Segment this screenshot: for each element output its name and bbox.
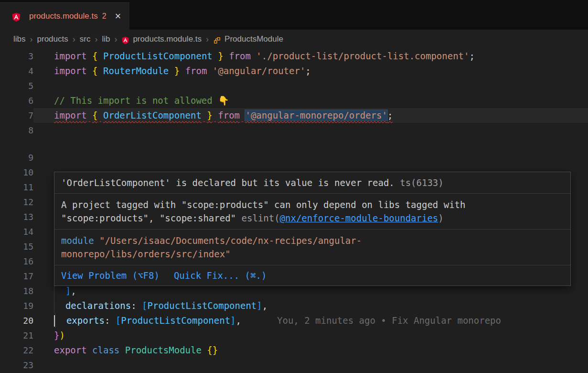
line-number[interactable]: 12 bbox=[0, 195, 33, 209]
code-content[interactable]: }) bbox=[33, 328, 588, 343]
angular-file-icon bbox=[11, 12, 21, 22]
code-token bbox=[119, 345, 125, 355]
line-number[interactable]: 7 bbox=[0, 108, 33, 123]
code-content[interactable]: import { OrderListComponent } from '@ang… bbox=[33, 108, 588, 123]
code-token: , bbox=[71, 285, 76, 296]
code-line-7[interactable]: 7import { OrderListComponent } from '@an… bbox=[0, 108, 588, 123]
code-token bbox=[202, 345, 207, 355]
code-line-8[interactable]: 8 bbox=[0, 123, 588, 138]
line-number[interactable]: 3 bbox=[0, 49, 33, 64]
code-token bbox=[98, 66, 103, 76]
code-token: [ bbox=[142, 300, 147, 311]
code-token: ] bbox=[257, 300, 262, 311]
code-token bbox=[213, 110, 218, 121]
line-number[interactable]: 4 bbox=[0, 64, 33, 78]
code-token: class bbox=[92, 345, 119, 355]
line-number[interactable]: 21 bbox=[0, 328, 33, 343]
eslint-source-close: ) bbox=[438, 213, 443, 223]
hover-action-bar: View Problem (⌥F8) Quick Fix... (⌘.) bbox=[54, 265, 570, 285]
indent-guide bbox=[54, 298, 65, 313]
code-content[interactable]: import { RouterModule } from '@angular/r… bbox=[33, 64, 588, 78]
line-number[interactable]: 10 bbox=[0, 165, 33, 180]
code-line-20[interactable]: 20 exports: [ProductListComponent],You, … bbox=[0, 313, 588, 328]
chevron-right-icon: › bbox=[30, 34, 33, 44]
line-number[interactable]: 14 bbox=[0, 224, 33, 239]
line-number[interactable]: 18 bbox=[0, 284, 33, 298]
code-token: ProductsModule bbox=[125, 345, 202, 355]
code-line-23[interactable]: 23 bbox=[0, 358, 588, 373]
class-symbol-icon bbox=[213, 36, 221, 44]
code-content[interactable]: // This import is not allowed 👇 bbox=[33, 93, 588, 108]
code-line-21[interactable]: 21}) bbox=[0, 328, 588, 343]
line-number[interactable]: 8 bbox=[0, 123, 33, 138]
code-token: ; bbox=[387, 110, 393, 121]
code-content[interactable]: declarations: [ProductListComponent], bbox=[33, 298, 588, 313]
code-line-9[interactable]: 9 bbox=[0, 150, 588, 165]
code-token: } bbox=[54, 330, 59, 340]
code-token: } bbox=[218, 51, 223, 61]
code-token: ProductListComponent bbox=[103, 51, 213, 61]
code-content[interactable]: export class ProductsModule {} bbox=[33, 343, 588, 358]
code-content[interactable] bbox=[33, 150, 588, 165]
close-icon[interactable]: × bbox=[115, 11, 121, 22]
code-token: } bbox=[174, 66, 180, 76]
line-number[interactable]: 6 bbox=[0, 93, 33, 108]
code-content[interactable] bbox=[33, 358, 588, 373]
tab-products-module[interactable]: products.module.ts 2 × bbox=[0, 2, 129, 30]
code-content[interactable] bbox=[33, 78, 588, 93]
code-token: declarations bbox=[65, 300, 131, 311]
line-number[interactable]: 5 bbox=[0, 78, 33, 93]
code-token: { bbox=[92, 66, 97, 76]
git-blame-annotation: You, 2 minutes ago • Fix Angular monorep… bbox=[277, 315, 501, 326]
code-content[interactable]: import { ProductListComponent } from './… bbox=[33, 49, 588, 64]
code-token bbox=[180, 66, 185, 76]
line-number[interactable]: 19 bbox=[0, 298, 33, 313]
code-token: // This import is not allowed bbox=[54, 95, 218, 106]
code-token: ; bbox=[469, 51, 474, 61]
code-token bbox=[98, 110, 103, 121]
code-line-6[interactable]: 6// This import is not allowed 👇 bbox=[0, 93, 588, 108]
code-token: ] bbox=[65, 285, 71, 296]
breadcrumb-item-symbol[interactable]: ProductsModule bbox=[225, 34, 283, 44]
code-line-3[interactable]: 3import { ProductListComponent } from '.… bbox=[0, 49, 588, 64]
breadcrumb-item-lib[interactable]: lib bbox=[102, 34, 110, 44]
code-token: './product-list/product-list.component' bbox=[256, 51, 469, 61]
code-content[interactable]: exports: [ProductListComponent],You, 2 m… bbox=[33, 313, 588, 328]
tab-bar: products.module.ts 2 × bbox=[0, 0, 588, 30]
code-line-22[interactable]: 22export class ProductsModule {} bbox=[0, 343, 588, 358]
line-number[interactable]: 15 bbox=[0, 239, 33, 254]
hover-ts-diagnostic: 'OrderListComponent' is declared but its… bbox=[54, 172, 570, 194]
text-cursor bbox=[54, 315, 55, 327]
code-token: import bbox=[54, 51, 87, 61]
code-token: , bbox=[236, 315, 241, 326]
breadcrumb-item-src[interactable]: src bbox=[80, 34, 91, 44]
line-number[interactable]: 17 bbox=[0, 269, 33, 284]
breadcrumb-item-libs[interactable]: libs bbox=[13, 34, 26, 44]
line-number[interactable]: 16 bbox=[0, 254, 33, 269]
code-line-5[interactable]: 5 bbox=[0, 78, 588, 93]
code-token: ; bbox=[305, 66, 310, 76]
code-token: ] bbox=[230, 315, 235, 326]
line-number[interactable]: 22 bbox=[0, 343, 33, 358]
code-content[interactable] bbox=[33, 123, 588, 138]
line-number[interactable]: 11 bbox=[0, 180, 33, 195]
line-number[interactable]: 13 bbox=[0, 209, 33, 224]
view-problem-action[interactable]: View Problem (⌥F8) bbox=[61, 270, 160, 281]
breadcrumb-item-file[interactable]: products.module.ts bbox=[133, 34, 202, 44]
line-number[interactable]: 20 bbox=[0, 313, 33, 328]
eslint-message-line1: A project tagged with "scope:products" c… bbox=[61, 199, 465, 210]
code-token: ) bbox=[59, 330, 64, 340]
breadcrumb-item-products[interactable]: products bbox=[37, 34, 68, 44]
line-number[interactable]: 9 bbox=[0, 150, 33, 165]
quick-fix-action[interactable]: Quick Fix... (⌘.) bbox=[174, 270, 267, 281]
line-number[interactable]: 23 bbox=[0, 358, 33, 373]
hover-eslint-diagnostic: A project tagged with "scope:products" c… bbox=[54, 194, 570, 230]
code-line-19[interactable]: 19 declarations: [ProductListComponent], bbox=[0, 298, 588, 313]
code-token bbox=[240, 110, 245, 121]
code-token: : bbox=[131, 300, 142, 311]
breadcrumb: libs › products › src › lib › products.m… bbox=[0, 30, 588, 49]
eslint-source-open: eslint( bbox=[242, 213, 280, 223]
eslint-rule-link[interactable]: @nx/enforce-module-boundaries bbox=[280, 213, 438, 223]
code-token: from bbox=[218, 110, 240, 121]
code-line-4[interactable]: 4import { RouterModule } from '@angular/… bbox=[0, 64, 588, 78]
